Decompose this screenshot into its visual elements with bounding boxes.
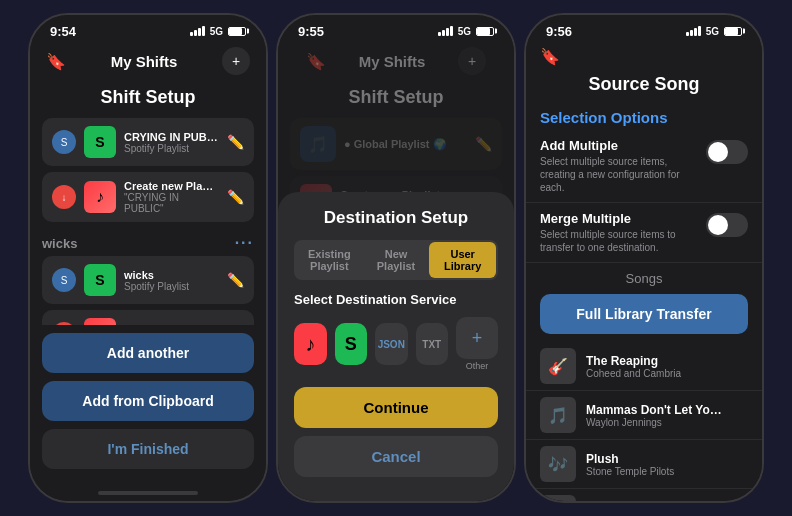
other-service-container: + Other xyxy=(456,317,498,371)
phone-3: 9:56 5G 🔖 Source Song xyxy=(524,13,764,503)
edit-icon-2[interactable]: ✏️ xyxy=(227,189,244,205)
status-time-1: 9:54 xyxy=(50,24,76,39)
spotify-service-btn[interactable]: S xyxy=(335,323,368,365)
nav-bookmark-icon: 🔖 xyxy=(540,47,560,66)
song-artist-1: Waylon Jennings xyxy=(586,417,726,428)
status-icons-2: 5G xyxy=(438,26,494,37)
merge-multiple-title: Merge Multiple xyxy=(540,211,696,226)
other-service-btn[interactable]: + xyxy=(456,317,498,359)
page-title-1: Shift Setup xyxy=(30,83,266,118)
battery-1 xyxy=(228,27,246,36)
wicks-section-label: wicks ··· xyxy=(42,228,254,256)
bar-2-2 xyxy=(442,30,445,36)
network-type-1: 5G xyxy=(210,26,223,37)
home-bar-1 xyxy=(98,491,198,495)
bar-4 xyxy=(202,26,205,36)
service-icons-row: ♪ S JSON TXT + Other xyxy=(294,317,498,371)
playlist-info-1: CRYING IN PUBLIC Spotify Playlist xyxy=(124,131,219,154)
section-content-1: S S CRYING IN PUBLIC Spotify Playlist ✏️… xyxy=(30,118,266,325)
song-item-1[interactable]: 🎵 Mammas Don't Let Your Ba... Waylon Jen… xyxy=(526,391,762,440)
tab-existing-playlist[interactable]: Existing Playlist xyxy=(296,242,363,278)
dimmed-name-1: ● Global Playlist 🌍 xyxy=(344,138,467,151)
phone-1-screen: 9:54 5G 🔖 My Shifts + xyxy=(30,15,266,501)
song-item-2[interactable]: 🎶 Plush Stone Temple Pilots xyxy=(526,440,762,489)
song-info-3: Rider Allan Rayman xyxy=(586,501,648,502)
continue-button[interactable]: Continue xyxy=(294,387,498,428)
signal-bars-1 xyxy=(190,26,205,36)
dest-badge-1: ↓ xyxy=(52,185,76,209)
bar-2-4 xyxy=(450,26,453,36)
add-icon[interactable]: + xyxy=(222,47,250,75)
full-library-transfer-button[interactable]: Full Library Transfer xyxy=(540,294,748,334)
source-badge-2: S xyxy=(52,268,76,292)
add-from-clipboard-button[interactable]: Add from Clipboard xyxy=(42,381,254,421)
playlist-info-3: wicks Spotify Playlist xyxy=(124,269,219,292)
apple-icon-2: ♪ xyxy=(84,318,116,325)
source-song-header: Source Song xyxy=(526,70,762,103)
song-title-0: The Reaping xyxy=(586,354,681,368)
add-another-button[interactable]: Add another xyxy=(42,333,254,373)
status-bar-2: 9:55 5G xyxy=(278,15,514,43)
modal-title: Destination Setup xyxy=(294,208,498,228)
wicks-label-text: wicks xyxy=(42,236,77,251)
global-source-item: S S CRYING IN PUBLIC Spotify Playlist ✏️ xyxy=(42,118,254,166)
bar-3-4 xyxy=(698,26,701,36)
dimmed-edit-1: ✏️ xyxy=(475,136,492,152)
im-finished-button[interactable]: I'm Finished xyxy=(42,429,254,469)
selection-options-header: Selection Options xyxy=(526,103,762,130)
add-multiple-text: Add Multiple Select multiple source item… xyxy=(540,138,696,194)
song-artist-2: Stone Temple Pilots xyxy=(586,466,674,477)
wicks-source-item: S S wicks Spotify Playlist ✏️ xyxy=(42,256,254,304)
bookmark-icon: 🔖 xyxy=(46,52,66,71)
bar-3 xyxy=(198,28,201,36)
home-indicator-1 xyxy=(30,485,266,501)
bar-3-2 xyxy=(690,30,693,36)
song-item-3[interactable]: 🎤 Rider Allan Rayman xyxy=(526,489,762,501)
dimmed-icon-1: 🎵 xyxy=(300,126,336,162)
bar-2-1 xyxy=(438,32,441,36)
signal-bars-3 xyxy=(686,26,701,36)
song-item-0[interactable]: 🎸 The Reaping Coheed and Cambria xyxy=(526,342,762,391)
phone-2: 9:55 5G 🔖 My Shifts + xyxy=(276,13,516,503)
status-time-2: 9:55 xyxy=(298,24,324,39)
playlist-name-2: Create new Playlist xyxy=(124,180,219,192)
apple-music-service-btn[interactable]: ♪ xyxy=(294,323,327,365)
phone-2-screen: 9:55 5G 🔖 My Shifts + xyxy=(278,15,514,501)
cancel-button[interactable]: Cancel xyxy=(294,436,498,477)
txt-service-btn[interactable]: TXT xyxy=(416,323,449,365)
bar-1 xyxy=(190,32,193,36)
source-song-nav: 🔖 xyxy=(526,43,762,70)
tab-row: Existing Playlist New Playlist User Libr… xyxy=(294,240,498,280)
add-multiple-title: Add Multiple xyxy=(540,138,696,153)
phone-1: 9:54 5G 🔖 My Shifts + xyxy=(28,13,268,503)
merge-multiple-option: Merge Multiple Select multiple source it… xyxy=(526,203,762,263)
network-type-2: 5G xyxy=(458,26,471,37)
dimmed-item-1: 🎵 ● Global Playlist 🌍 ✏️ xyxy=(290,118,502,170)
songs-section-label: Songs xyxy=(526,263,762,294)
source-badge-1: S xyxy=(52,130,76,154)
tab-user-library[interactable]: User Library xyxy=(429,242,496,278)
destination-setup-modal: Destination Setup Existing Playlist New … xyxy=(278,192,514,501)
json-service-btn[interactable]: JSON xyxy=(375,323,408,365)
song-title-2: Plush xyxy=(586,452,674,466)
phone-3-screen: 9:56 5G 🔖 Source Song xyxy=(526,15,762,501)
status-icons-3: 5G xyxy=(686,26,742,37)
more-options-icon[interactable]: ··· xyxy=(235,234,254,252)
bottom-buttons-1: Add another Add from Clipboard I'm Finis… xyxy=(30,325,266,485)
playlist-name-3: wicks xyxy=(124,269,219,281)
song-title-3: Rider xyxy=(586,501,648,502)
global-dest-item: ↓ ♪ Create new Playlist "CRYING IN PUBLI… xyxy=(42,172,254,222)
song-artist-0: Coheed and Cambria xyxy=(586,368,681,379)
spotify-icon-1: S xyxy=(84,126,116,158)
signal-bars-2 xyxy=(438,26,453,36)
status-icons-1: 5G xyxy=(190,26,246,37)
song-info-0: The Reaping Coheed and Cambria xyxy=(586,354,681,379)
add-multiple-toggle[interactable] xyxy=(706,140,748,164)
bar-2-3 xyxy=(446,28,449,36)
edit-icon-3[interactable]: ✏️ xyxy=(227,272,244,288)
edit-icon-1[interactable]: ✏️ xyxy=(227,134,244,150)
tab-new-playlist[interactable]: New Playlist xyxy=(363,242,430,278)
merge-multiple-toggle[interactable] xyxy=(706,213,748,237)
status-time-3: 9:56 xyxy=(546,24,572,39)
source-song-title: Source Song xyxy=(588,74,699,94)
